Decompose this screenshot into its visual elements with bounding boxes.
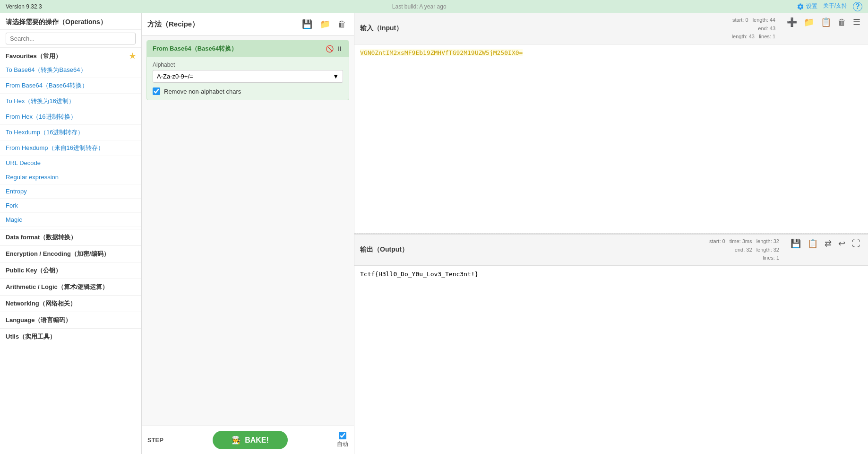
recipe-content: From Base64（Base64转换） 🚫 ⏸ Alphabet A-Za-… [142, 35, 354, 426]
recipe-panel: 方法（Recipe） 💾 📁 🗑 From Base64（Base64转换） 🚫… [142, 13, 354, 454]
output-content: Tctf{H3ll0_Do_Y0u_Lov3_Tenc3nt!} [354, 266, 868, 454]
main-layout: 请选择需要的操作（Operations） Favourites（常用） ★ To… [0, 13, 868, 454]
version-label: Version 9.32.3 [6, 3, 42, 10]
input-meta: start: 0 length: 44 end: 43 length: 43 l… [732, 16, 775, 41]
favourites-header: Favourites（常用） ★ [0, 48, 141, 62]
alphabet-label: Alphabet [153, 61, 343, 68]
open-file-button[interactable]: 📁 [802, 16, 816, 28]
gear-icon [797, 3, 804, 10]
sidebar-item-fork[interactable]: Fork [0, 199, 141, 213]
bake-label: BAKE! [245, 436, 269, 445]
sidebar-item-from-hexdump[interactable]: From Hexdump（来自16进制转存） [0, 140, 141, 156]
input-text: VGN0ZntIM2xsMF9Eb19ZMHVfTG92M19UZW5jM250… [360, 49, 523, 56]
recipe-action-buttons: 💾 📁 🗑 [300, 18, 348, 30]
remove-nonalphabet-label: Remove non-alphabet chars [164, 88, 241, 95]
input-section: 输入（Input） start: 0 length: 44 end: 43 le… [354, 13, 868, 234]
recipe-footer: STEP 🧑‍🍳 BAKE! 自动 [142, 426, 354, 454]
output-title: 输出（Output） [360, 245, 408, 254]
recipe-header: 方法（Recipe） 💾 📁 🗑 [142, 13, 354, 35]
step-label: STEP [147, 437, 163, 444]
alphabet-value: A-Za-z0-9+/= [157, 73, 193, 80]
dropdown-icon: ▼ [333, 73, 339, 80]
sidebar-search-container [0, 30, 141, 48]
sidebar-header: 请选择需要的操作（Operations） [0, 13, 141, 30]
sidebar-item-regex[interactable]: Regular expression [0, 170, 141, 184]
category-encryption[interactable]: Encryption / Encoding（加密/编码） [0, 245, 141, 260]
recipe-title: 方法（Recipe） [147, 20, 199, 29]
undo-output-button[interactable]: ↩ [836, 237, 847, 250]
about-link[interactable]: 关于/支持 [823, 2, 847, 11]
recipe-step-body: Alphabet A-Za-z0-9+/= ▼ Remove non-alpha… [147, 57, 349, 100]
sidebar-item-to-hexdump[interactable]: To Hexdump（16进制转存） [0, 125, 141, 140]
recipe-step-header: From Base64（Base64转换） 🚫 ⏸ [147, 41, 349, 57]
sidebar-item-entropy[interactable]: Entropy [0, 184, 141, 199]
sidebar-content: Favourites（常用） ★ To Base64（转换为Base64） Fr… [0, 48, 141, 454]
save-recipe-button[interactable]: 💾 [300, 18, 314, 30]
settings-link[interactable]: 设置 [797, 2, 817, 11]
sidebar-item-to-hex[interactable]: To Hex（转换为16进制） [0, 94, 141, 109]
auto-label: 自动 [337, 440, 348, 448]
sidebar-item-url-decode[interactable]: URL Decode [0, 156, 141, 170]
category-language[interactable]: Language（语言编码） [0, 312, 141, 326]
paste-button[interactable]: 📋 [819, 16, 833, 28]
clear-input-button[interactable]: 🗑 [836, 17, 848, 28]
input-title: 输入（Input） [360, 24, 403, 33]
recipe-step-from-base64: From Base64（Base64转换） 🚫 ⏸ Alphabet A-Za-… [146, 40, 349, 100]
delete-recipe-button[interactable]: 🗑 [336, 18, 348, 30]
remove-nonalphabet-checkbox[interactable] [153, 87, 160, 95]
pause-step-button[interactable]: ⏸ [336, 45, 343, 52]
add-input-button[interactable]: ➕ [785, 16, 799, 28]
sidebar-item-from-hex[interactable]: From Hex（16进制转换） [0, 109, 141, 125]
help-icon[interactable]: ? [853, 2, 862, 11]
layout-button[interactable]: ☰ [851, 16, 862, 28]
input-content[interactable]: VGN0ZntIM2xsMF9Eb19ZMHVfTG92M19UZW5jM250… [354, 44, 868, 233]
output-header: 输出（Output） start: 0 time: 3ms length: 32… [354, 234, 868, 266]
open-recipe-button[interactable]: 📁 [318, 18, 332, 30]
output-meta-bottom: lines: 1 [709, 254, 779, 262]
sidebar-item-magic[interactable]: Magic [0, 213, 141, 227]
settings-label: 设置 [806, 2, 817, 10]
output-meta-top: start: 0 time: 3ms length: 32 [709, 237, 779, 246]
output-meta-mid: end: 32 length: 32 [709, 246, 779, 254]
copy-output-button[interactable]: 📋 [806, 237, 820, 250]
input-header: 输入（Input） start: 0 length: 44 end: 43 le… [354, 13, 868, 44]
output-text: Tctf{H3ll0_Do_Y0u_Lov3_Tenc3nt!} [360, 271, 478, 278]
category-utils[interactable]: Utils（实用工具） [0, 328, 141, 343]
output-actions: 💾 📋 ⇄ ↩ ⛶ [789, 237, 862, 250]
category-public-key[interactable]: Public Key（公钥） [0, 262, 141, 277]
category-networking[interactable]: Networking（网络相关） [0, 295, 141, 310]
io-panel: 输入（Input） start: 0 length: 44 end: 43 le… [354, 13, 868, 454]
category-data-format[interactable]: Data format（数据转换） [0, 229, 141, 244]
input-actions: ➕ 📁 📋 🗑 ☰ [785, 16, 862, 28]
sidebar: 请选择需要的操作（Operations） Favourites（常用） ★ To… [0, 13, 142, 454]
output-section: 输出（Output） start: 0 time: 3ms length: 32… [354, 234, 868, 454]
input-start: start: 0 length: 44 [732, 16, 775, 25]
input-length: length: 43 lines: 1 [732, 33, 775, 41]
sidebar-item-to-base64[interactable]: To Base64（转换为Base64） [0, 62, 141, 78]
auto-checkbox-container: 自动 [337, 432, 348, 448]
build-label: Last build: A year ago [392, 3, 447, 10]
remove-nonalphabet-row: Remove non-alphabet chars [153, 87, 343, 95]
bake-button[interactable]: 🧑‍🍳 BAKE! [213, 431, 288, 449]
star-icon: ★ [129, 52, 136, 61]
recipe-step-controls: 🚫 ⏸ [326, 45, 343, 52]
favourites-label: Favourites（常用） [6, 52, 61, 61]
output-meta: start: 0 time: 3ms length: 32 end: 32 le… [709, 237, 779, 262]
auto-checkbox[interactable] [339, 432, 346, 439]
switch-io-button[interactable]: ⇄ [823, 237, 834, 250]
bake-icon: 🧑‍🍳 [232, 436, 241, 445]
category-arithmetic[interactable]: Arithmetic / Logic（算术/逻辑运算） [0, 279, 141, 293]
alphabet-select[interactable]: A-Za-z0-9+/= ▼ [153, 70, 343, 83]
search-input[interactable] [6, 33, 136, 44]
save-output-button[interactable]: 💾 [789, 237, 803, 250]
disable-step-button[interactable]: 🚫 [326, 45, 334, 52]
expand-output-button[interactable]: ⛶ [850, 238, 862, 250]
top-bar-right: 设置 关于/支持 ? [797, 2, 862, 11]
recipe-step-title: From Base64（Base64转换） [153, 44, 237, 53]
top-bar: Version 9.32.3 Last build: A year ago 设置… [0, 0, 868, 13]
input-end: end: 43 [732, 25, 775, 33]
sidebar-item-from-base64[interactable]: From Base64（Base64转换） [0, 78, 141, 94]
